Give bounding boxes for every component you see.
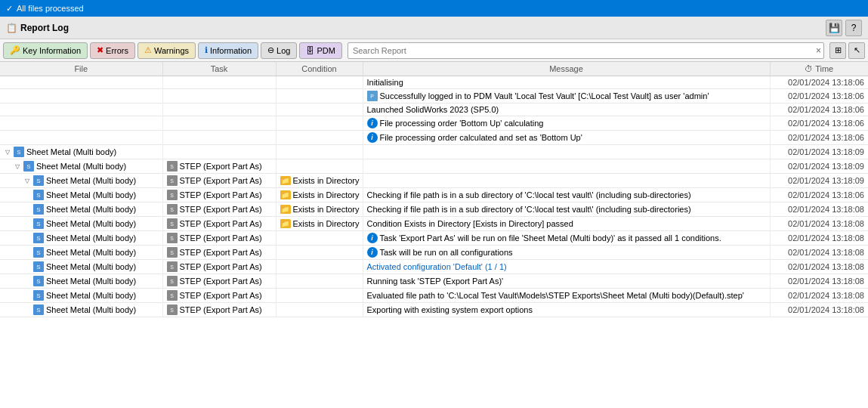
- step-icon: S: [167, 161, 178, 172]
- sheet-metal-icon: S: [23, 161, 34, 172]
- message-cell: Condition Exists in Directory [Exists in…: [363, 217, 770, 231]
- table-row: S Sheet Metal (Multi body) S STEP (Expor…: [0, 202, 868, 217]
- sheet-metal-icon: S: [33, 233, 44, 243]
- sheet-metal-icon: S: [33, 190, 44, 200]
- condition-cell: [276, 159, 363, 174]
- message-cell: Activated configuration 'Default' (1 / 1…: [363, 260, 770, 274]
- table-header-row: File Task Condition Message ⏱ Time: [0, 62, 868, 76]
- task-cell: S STEP (Export Part As): [162, 246, 276, 260]
- message-text: Initialising: [367, 78, 403, 87]
- log-button[interactable]: ⊖ Log: [261, 42, 297, 59]
- file-cell: S Sheet Metal (Multi body): [0, 188, 162, 202]
- folder-icon: 📁: [280, 190, 291, 199]
- top-bar: ✓ All files processed: [0, 0, 868, 17]
- info-icon: i: [367, 247, 378, 258]
- time-cell: 02/01/2024 13:18:06: [770, 76, 868, 89]
- task-label: STEP (Export Part As): [180, 162, 262, 171]
- error-icon: ✖: [97, 45, 103, 55]
- sheet-metal-icon: S: [33, 261, 44, 272]
- time-cell: 02/01/2024 13:18:09: [770, 174, 868, 188]
- message-text: Activated configuration 'Default' (1 / 1…: [367, 262, 507, 271]
- task-cell: S STEP (Export Part As): [162, 174, 276, 188]
- pdm-label: PDM: [317, 46, 335, 55]
- errors-button[interactable]: ✖ Errors: [90, 42, 135, 59]
- file-label: Sheet Metal (Multi body): [46, 205, 136, 214]
- pdm-icon: 🗄: [306, 46, 314, 55]
- time-cell: 02/01/2024 13:18:08: [770, 246, 868, 260]
- expand-icon[interactable]: ▽: [23, 177, 31, 184]
- cursor-icon: ↖: [848, 42, 865, 59]
- task-cell: [162, 131, 276, 145]
- step-icon: S: [167, 276, 178, 286]
- message-cell: Checking if file path is in a sub direct…: [363, 188, 770, 202]
- sheet-metal-icon: S: [33, 304, 44, 315]
- file-label: Sheet Metal (Multi body): [46, 248, 136, 257]
- file-cell: S Sheet Metal (Multi body): [0, 246, 162, 260]
- sheet-metal-icon: S: [33, 247, 44, 258]
- warnings-button[interactable]: ⚠ Warnings: [137, 42, 196, 59]
- task-cell: S STEP (Export Part As): [162, 217, 276, 231]
- key-info-label: Key Information: [23, 46, 81, 55]
- file-cell: ▽ S Sheet Metal (Multi body): [0, 159, 162, 174]
- info-icon: i: [367, 132, 378, 143]
- table-row: S Sheet Metal (Multi body) S STEP (Expor…: [0, 274, 868, 289]
- save-button[interactable]: 💾: [826, 20, 842, 36]
- expand-icon[interactable]: ▽: [14, 162, 21, 170]
- table-container[interactable]: File Task Condition Message ⏱ Time Initi…: [0, 62, 868, 408]
- table-row: i File processing order calculated and s…: [0, 131, 868, 145]
- table-row: ▽ S Sheet Metal (Multi body) 02/01/2024 …: [0, 145, 868, 159]
- file-label: Sheet Metal (Multi body): [46, 176, 136, 185]
- toolbar-right: ⊞ ↖: [829, 42, 865, 59]
- pdm-button[interactable]: 🗄 PDM: [299, 42, 341, 59]
- key-info-button[interactable]: 🔑 Key Information: [3, 42, 88, 59]
- table-row: S Sheet Metal (Multi body) S STEP (Expor…: [0, 217, 868, 231]
- condition-cell: [276, 289, 363, 303]
- table-row: S Sheet Metal (Multi body) S STEP (Expor…: [0, 246, 868, 260]
- time-value: 02/01/2024 13:18:08: [788, 205, 864, 214]
- table-row: S Sheet Metal (Multi body) S STEP (Expor…: [0, 188, 868, 202]
- time-value: 02/01/2024 13:18:08: [788, 277, 864, 286]
- errors-label: Errors: [106, 46, 128, 55]
- time-cell: 02/01/2024 13:18:08: [770, 274, 868, 289]
- header-actions: 💾 ?: [826, 20, 862, 36]
- message-cell: P Successfully logged in to PDM Vault 'L…: [363, 89, 770, 104]
- message-text: File processing order calculated and set…: [380, 133, 582, 142]
- condition-label: Exists in Directory: [293, 205, 360, 214]
- file-cell: S Sheet Metal (Multi body): [0, 231, 162, 246]
- search-clear-icon[interactable]: ×: [816, 45, 821, 56]
- report-log-header: 📋 Report Log 💾 ?: [0, 17, 868, 39]
- message-text: Checking if file path is in a sub direct…: [367, 190, 691, 199]
- file-label: Sheet Metal (Multi body): [36, 162, 126, 171]
- time-value: 02/01/2024 13:18:08: [788, 305, 864, 314]
- columns-button[interactable]: ⊞: [829, 42, 846, 59]
- table-row: ▽ S Sheet Metal (Multi body) S STEP (Exp…: [0, 174, 868, 188]
- time-cell: 02/01/2024 13:18:09: [770, 159, 868, 174]
- time-value: 02/01/2024 13:18:06: [788, 105, 864, 114]
- time-cell: 02/01/2024 13:18:08: [770, 217, 868, 231]
- file-cell: S Sheet Metal (Multi body): [0, 303, 162, 317]
- expand-icon[interactable]: ▽: [4, 148, 11, 156]
- condition-cell: [276, 303, 363, 317]
- search-input[interactable]: [348, 42, 824, 59]
- time-value: 02/01/2024 13:18:06: [788, 78, 864, 87]
- help-button[interactable]: ?: [845, 20, 862, 36]
- file-cell: [0, 116, 162, 131]
- file-label: Sheet Metal (Multi body): [46, 277, 136, 286]
- message-text: Successfully logged in to PDM Vault 'Loc…: [380, 91, 709, 100]
- sheet-metal-icon: S: [33, 290, 44, 301]
- time-value: 02/01/2024 13:18:08: [788, 219, 864, 228]
- task-label: STEP (Export Part As): [180, 305, 262, 314]
- time-icon: ⏱: [805, 64, 813, 73]
- table-row: S Sheet Metal (Multi body) S STEP (Expor…: [0, 260, 868, 274]
- table-row: Launched SolidWorks 2023 (SP5.0) 02/01/2…: [0, 104, 868, 116]
- task-label: STEP (Export Part As): [180, 277, 262, 286]
- message-text: File processing order 'Bottom Up' calcul…: [380, 119, 544, 128]
- time-cell: 02/01/2024 13:18:08: [770, 303, 868, 317]
- information-button[interactable]: ℹ Information: [198, 42, 258, 59]
- table-row: S Sheet Metal (Multi body) S STEP (Expor…: [0, 303, 868, 317]
- time-cell: 02/01/2024 13:18:06: [770, 104, 868, 116]
- time-value: 02/01/2024 13:18:09: [788, 162, 864, 171]
- key-icon: 🔑: [10, 45, 20, 55]
- report-icon: 📋: [6, 23, 17, 33]
- task-label: STEP (Export Part As): [180, 262, 262, 271]
